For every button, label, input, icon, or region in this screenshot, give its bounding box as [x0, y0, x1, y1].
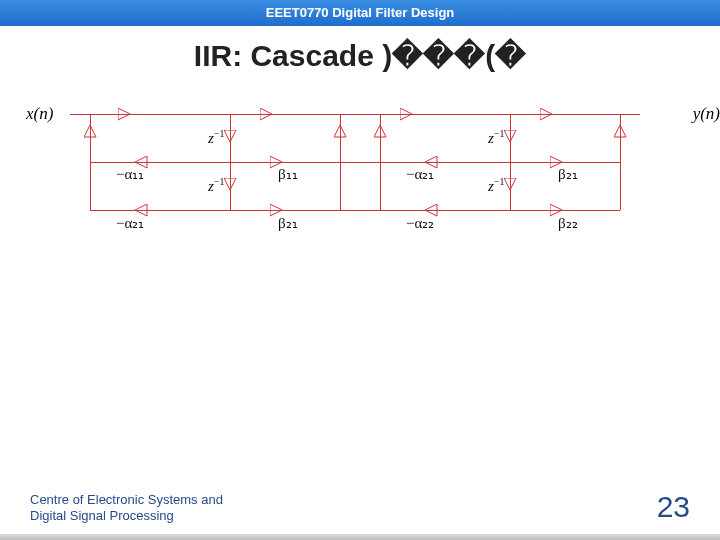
tri-icon	[118, 108, 132, 121]
page-number: 23	[657, 490, 690, 524]
footer: Centre of Electronic Systems and Digital…	[30, 490, 690, 524]
slide: EEET0770 Digital Filter Design IIR: Casc…	[0, 0, 720, 540]
svg-marker-2	[400, 108, 412, 120]
gain-label: −α₂₁	[116, 214, 144, 232]
tri-icon	[400, 108, 414, 121]
svg-marker-1	[260, 108, 272, 120]
tri-icon	[374, 125, 387, 139]
gain-label: β₂₁	[278, 214, 298, 232]
svg-marker-19	[504, 178, 516, 190]
rail-mid	[90, 162, 620, 163]
v2m	[510, 114, 511, 210]
tri-icon	[260, 108, 274, 121]
gain-label: β₂₂	[558, 214, 578, 232]
tri-icon	[334, 125, 347, 139]
rail-bot	[90, 210, 620, 211]
tri-icon	[504, 130, 517, 144]
gain-label: −α₂₂	[406, 214, 434, 232]
input-label: x(n)	[26, 104, 53, 124]
svg-marker-17	[224, 178, 236, 190]
svg-marker-15	[614, 125, 626, 137]
svg-marker-14	[374, 125, 386, 137]
delay-label: z−1	[208, 176, 224, 195]
v1m	[230, 114, 231, 210]
tri-icon	[540, 108, 554, 121]
tri-icon	[224, 178, 237, 192]
gain-label: β₁₁	[278, 165, 298, 183]
gain-label: β₂₁	[558, 165, 578, 183]
svg-marker-0	[118, 108, 130, 120]
output-label: y(n)	[693, 104, 720, 124]
rail-top	[70, 114, 640, 115]
svg-marker-16	[224, 130, 236, 142]
gain-label: −α₂₁	[406, 165, 434, 183]
block-diagram: x(n) y(n)	[30, 100, 690, 300]
delay-label: z−1	[208, 128, 224, 147]
footer-text: Centre of Electronic Systems and Digital…	[30, 492, 223, 525]
bottom-gradient-bar	[0, 534, 720, 540]
gain-label: −α₁₁	[116, 165, 144, 183]
svg-marker-12	[84, 125, 96, 137]
tri-icon	[504, 178, 517, 192]
header-bar: EEET0770 Digital Filter Design	[0, 0, 720, 26]
slide-title: IIR: Cascade )���(�	[0, 38, 720, 73]
svg-marker-18	[504, 130, 516, 142]
delay-label: z−1	[488, 128, 504, 147]
tri-icon	[84, 125, 97, 139]
tri-icon	[224, 130, 237, 144]
svg-marker-3	[540, 108, 552, 120]
delay-label: z−1	[488, 176, 504, 195]
tri-icon	[614, 125, 627, 139]
svg-marker-13	[334, 125, 346, 137]
